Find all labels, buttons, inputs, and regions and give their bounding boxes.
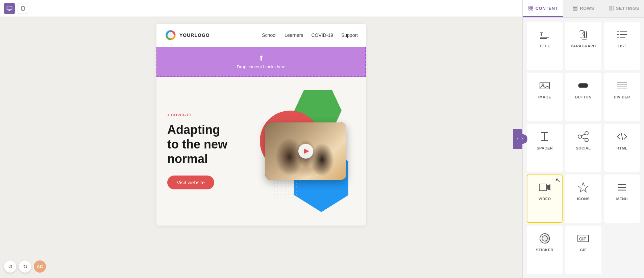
svg-rect-4 [529,6,530,8]
svg-rect-9 [573,8,577,9]
svg-rect-8 [573,6,577,7]
drop-zone-text: Drop content blocks here [237,64,286,69]
svg-rect-12 [612,6,613,10]
svg-text:T: T [540,31,543,37]
content-item-social[interactable]: SOCIAL [565,124,601,172]
svg-point-38 [585,138,588,142]
desktop-icon [6,5,13,11]
gif-label: GIF [580,248,587,252]
content-item-gif[interactable]: GIF GIF [565,226,601,274]
content-item-menu[interactable]: MENU [604,175,640,223]
svg-line-39 [581,134,585,136]
social-label: SOCIAL [576,146,591,150]
svg-point-37 [585,132,588,135]
email-nav-links: School Learners COVID-19 Support [262,32,358,38]
collapse-panel-button[interactable]: › [518,134,527,144]
content-item-spacer[interactable]: SPACER [527,124,563,172]
svg-rect-42 [539,184,547,191]
svg-point-49 [542,236,547,241]
nav-link-support[interactable]: Support [341,32,358,38]
tab-settings-label: SETTINGS [616,6,639,11]
divider-icon [616,79,628,92]
image-icon [539,79,551,92]
svg-rect-28 [578,84,588,88]
rows-icon [572,5,578,11]
svg-rect-10 [573,9,577,10]
content-item-divider[interactable]: DIVIDER [604,73,640,121]
content-grid: T TITLE PARAGRAPH LIST IMAGE BUTTON DIVI… [523,18,644,278]
icons-label: ICONS [577,197,590,201]
video-icon [539,181,551,194]
content-item-title[interactable]: T TITLE [527,22,563,70]
video-card[interactable] [265,122,346,180]
sticker-label: STICKER [536,248,553,252]
panel-tabs: CONTENT ROWS SETTINGS [523,0,644,18]
content-item-icons[interactable]: ICONS [565,175,601,223]
content-item-image[interactable]: IMAGE [527,73,563,121]
content-item-sticker[interactable]: STICKER [527,226,563,274]
gif-icon: GIF [577,232,589,245]
svg-rect-6 [529,8,530,10]
email-hero: + COVID-19 Adaptingto the newnormal Visi… [156,77,366,226]
tab-settings[interactable]: SETTINGS [603,0,644,17]
grid-icon [528,5,534,11]
spacer-icon [539,130,551,143]
html-icon [616,130,628,143]
video-label: VIDEO [539,197,551,201]
mobile-view-button[interactable] [18,3,28,14]
nav-link-learners[interactable]: Learners [284,32,303,38]
right-panel: › CONTENT ROWS SETTINGS T TITLE [522,0,644,278]
tab-content[interactable]: CONTENT [523,0,563,17]
undo-button[interactable]: ↺ [4,260,16,273]
hero-left: + COVID-19 Adaptingto the newnormal Visi… [167,113,250,190]
top-toolbar [0,0,522,17]
menu-label: MENU [616,197,628,201]
tab-content-label: CONTENT [536,6,558,11]
upload-icon: ⬆ [258,54,264,62]
settings-icon [609,5,614,11]
hero-visit-button[interactable]: Visit website [167,176,214,189]
hero-tag: + COVID-19 [167,113,250,117]
cursor-indicator: ↖ [555,177,561,184]
svg-rect-5 [531,6,533,8]
tab-rows[interactable]: ROWS [563,0,604,17]
list-label: LIST [618,44,626,48]
svg-rect-26 [540,82,549,89]
menu-icon [616,181,628,194]
canvas-area: YOURLOGO School Learners COVID-19 Suppor… [0,0,522,278]
content-item-video[interactable]: VIDEO↖ [527,175,563,223]
icons-icon [577,181,589,194]
content-item-button[interactable]: BUTTON [565,73,601,121]
svg-rect-0 [7,6,12,10]
email-navbar: YOURLOGO School Learners COVID-19 Suppor… [156,24,366,47]
svg-line-40 [581,138,585,139]
sticker-icon [539,232,551,245]
canvas-main: YOURLOGO School Learners COVID-19 Suppor… [0,17,522,278]
email-logo: YOURLOGO [165,29,210,41]
mobile-icon [21,5,25,11]
svg-rect-7 [531,8,533,10]
logo-icon [165,29,177,41]
user-avatar-button[interactable]: AC [34,260,46,273]
play-button[interactable] [298,144,313,159]
hero-right [256,90,355,212]
nav-link-covid[interactable]: COVID-19 [311,32,333,38]
svg-rect-11 [609,6,611,10]
redo-button[interactable]: ↻ [19,260,31,273]
email-preview: YOURLOGO School Learners COVID-19 Suppor… [156,24,366,226]
svg-text:GIF: GIF [579,237,586,241]
svg-marker-44 [578,183,588,192]
divider-label: DIVIDER [614,95,630,99]
desktop-view-button[interactable] [4,3,15,14]
paragraph-icon [577,28,589,41]
content-item-list[interactable]: LIST [604,22,640,70]
hero-title: Adaptingto the newnormal [167,122,250,166]
content-item-html[interactable]: HTML [604,124,640,172]
spacer-label: SPACER [537,146,553,150]
drop-zone[interactable]: ⬆ Drop content blocks here [156,47,366,77]
nav-link-school[interactable]: School [262,32,276,38]
image-label: IMAGE [538,95,551,99]
list-icon [616,28,628,41]
social-icon [577,130,589,143]
content-item-paragraph[interactable]: PARAGRAPH [565,22,601,70]
